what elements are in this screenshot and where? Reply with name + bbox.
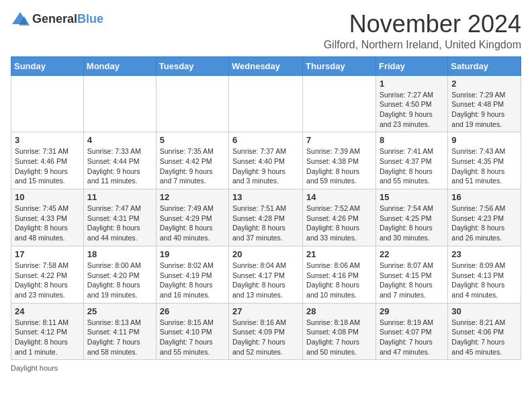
- day-info: Sunrise: 8:00 AM Sunset: 4:20 PM Dayligh…: [87, 261, 152, 300]
- calendar-cell: [303, 75, 376, 132]
- day-number: 3: [15, 135, 80, 145]
- day-info: Sunrise: 7:33 AM Sunset: 4:44 PM Dayligh…: [87, 146, 152, 186]
- day-number: 25: [87, 306, 152, 316]
- day-number: 6: [232, 135, 299, 145]
- day-number: 14: [306, 192, 372, 202]
- day-number: 10: [15, 192, 80, 202]
- day-number: 28: [306, 306, 372, 316]
- daylight-hours-label: Daylight hours: [11, 364, 58, 372]
- calendar-cell: 15Sunrise: 7:54 AM Sunset: 4:25 PM Dayli…: [375, 189, 447, 246]
- calendar-cell: [156, 75, 228, 132]
- calendar-cell: 8Sunrise: 7:41 AM Sunset: 4:37 PM Daylig…: [375, 132, 447, 189]
- calendar-week-row: 1Sunrise: 7:27 AM Sunset: 4:50 PM Daylig…: [11, 75, 521, 132]
- day-info: Sunrise: 7:56 AM Sunset: 4:23 PM Dayligh…: [451, 203, 517, 243]
- page-header: GeneralBlue November 2024 Gilford, North…: [11, 11, 521, 51]
- calendar-cell: 3Sunrise: 7:31 AM Sunset: 4:46 PM Daylig…: [11, 132, 84, 189]
- calendar-cell: 14Sunrise: 7:52 AM Sunset: 4:26 PM Dayli…: [303, 189, 376, 246]
- calendar-cell: 26Sunrise: 8:15 AM Sunset: 4:10 PM Dayli…: [156, 303, 228, 360]
- calendar-cell: 4Sunrise: 7:33 AM Sunset: 4:44 PM Daylig…: [83, 132, 156, 189]
- days-of-week-row: SundayMondayTuesdayWednesdayThursdayFrid…: [11, 56, 521, 75]
- day-of-week-header: Saturday: [448, 56, 521, 75]
- location-subtitle: Gilford, Northern Ireland, United Kingdo…: [324, 39, 521, 51]
- calendar-week-row: 10Sunrise: 7:45 AM Sunset: 4:33 PM Dayli…: [11, 189, 521, 246]
- day-info: Sunrise: 7:52 AM Sunset: 4:26 PM Dayligh…: [306, 203, 372, 243]
- day-number: 29: [380, 306, 444, 316]
- day-number: 19: [160, 249, 225, 259]
- day-info: Sunrise: 8:09 AM Sunset: 4:13 PM Dayligh…: [451, 261, 517, 300]
- day-info: Sunrise: 7:51 AM Sunset: 4:28 PM Dayligh…: [232, 203, 299, 243]
- month-year-title: November 2024: [324, 11, 521, 38]
- calendar-cell: 11Sunrise: 7:47 AM Sunset: 4:31 PM Dayli…: [83, 189, 156, 246]
- day-of-week-header: Wednesday: [229, 56, 303, 75]
- logo-text-blue: Blue: [77, 12, 103, 26]
- day-number: 2: [451, 79, 517, 89]
- title-block: November 2024 Gilford, Northern Ireland,…: [324, 11, 521, 51]
- day-info: Sunrise: 8:21 AM Sunset: 4:06 PM Dayligh…: [451, 318, 517, 357]
- day-info: Sunrise: 8:11 AM Sunset: 4:12 PM Dayligh…: [15, 318, 80, 357]
- day-number: 27: [232, 306, 299, 316]
- day-of-week-header: Friday: [375, 56, 447, 75]
- calendar-cell: 19Sunrise: 8:02 AM Sunset: 4:19 PM Dayli…: [156, 246, 228, 303]
- day-of-week-header: Sunday: [11, 56, 84, 75]
- calendar-cell: 18Sunrise: 8:00 AM Sunset: 4:20 PM Dayli…: [83, 246, 156, 303]
- day-info: Sunrise: 7:41 AM Sunset: 4:37 PM Dayligh…: [380, 146, 444, 186]
- day-info: Sunrise: 7:45 AM Sunset: 4:33 PM Dayligh…: [15, 203, 80, 243]
- calendar-cell: 5Sunrise: 7:35 AM Sunset: 4:42 PM Daylig…: [156, 132, 228, 189]
- day-number: 12: [160, 192, 225, 202]
- day-info: Sunrise: 7:39 AM Sunset: 4:38 PM Dayligh…: [306, 146, 372, 186]
- calendar-cell: 23Sunrise: 8:09 AM Sunset: 4:13 PM Dayli…: [448, 246, 521, 303]
- day-number: 4: [87, 135, 152, 145]
- day-of-week-header: Thursday: [303, 56, 376, 75]
- calendar-table: SundayMondayTuesdayWednesdayThursdayFrid…: [11, 56, 521, 361]
- day-info: Sunrise: 7:54 AM Sunset: 4:25 PM Dayligh…: [380, 203, 444, 243]
- logo-text-general: General: [32, 12, 77, 26]
- calendar-cell: 22Sunrise: 8:07 AM Sunset: 4:15 PM Dayli…: [375, 246, 447, 303]
- day-info: Sunrise: 8:16 AM Sunset: 4:09 PM Dayligh…: [232, 318, 299, 357]
- day-info: Sunrise: 8:13 AM Sunset: 4:11 PM Dayligh…: [87, 318, 152, 357]
- day-number: 15: [380, 192, 444, 202]
- day-number: 16: [451, 192, 517, 202]
- calendar-week-row: 24Sunrise: 8:11 AM Sunset: 4:12 PM Dayli…: [11, 303, 521, 360]
- day-info: Sunrise: 7:43 AM Sunset: 4:35 PM Dayligh…: [451, 146, 517, 186]
- calendar-cell: 20Sunrise: 8:04 AM Sunset: 4:17 PM Dayli…: [229, 246, 303, 303]
- calendar-cell: 27Sunrise: 8:16 AM Sunset: 4:09 PM Dayli…: [229, 303, 303, 360]
- day-number: 1: [380, 79, 444, 89]
- calendar-cell: 6Sunrise: 7:37 AM Sunset: 4:40 PM Daylig…: [229, 132, 303, 189]
- day-number: 11: [87, 192, 152, 202]
- calendar-cell: 12Sunrise: 7:49 AM Sunset: 4:29 PM Dayli…: [156, 189, 228, 246]
- day-info: Sunrise: 8:07 AM Sunset: 4:15 PM Dayligh…: [380, 261, 444, 300]
- day-info: Sunrise: 8:18 AM Sunset: 4:08 PM Dayligh…: [306, 318, 372, 357]
- day-number: 30: [451, 306, 517, 316]
- day-number: 9: [451, 135, 517, 145]
- calendar-cell: [11, 75, 84, 132]
- day-info: Sunrise: 8:02 AM Sunset: 4:19 PM Dayligh…: [160, 261, 225, 300]
- day-info: Sunrise: 7:37 AM Sunset: 4:40 PM Dayligh…: [232, 146, 299, 186]
- calendar-cell: 24Sunrise: 8:11 AM Sunset: 4:12 PM Dayli…: [11, 303, 84, 360]
- day-number: 5: [160, 135, 225, 145]
- day-info: Sunrise: 8:06 AM Sunset: 4:16 PM Dayligh…: [306, 261, 372, 300]
- calendar-cell: 7Sunrise: 7:39 AM Sunset: 4:38 PM Daylig…: [303, 132, 376, 189]
- day-info: Sunrise: 7:47 AM Sunset: 4:31 PM Dayligh…: [87, 203, 152, 243]
- calendar-cell: 29Sunrise: 8:19 AM Sunset: 4:07 PM Dayli…: [375, 303, 447, 360]
- logo: GeneralBlue: [11, 11, 103, 27]
- calendar-body: 1Sunrise: 7:27 AM Sunset: 4:50 PM Daylig…: [11, 75, 521, 360]
- day-number: 8: [380, 135, 444, 145]
- day-number: 17: [15, 249, 80, 259]
- calendar-week-row: 17Sunrise: 7:58 AM Sunset: 4:22 PM Dayli…: [11, 246, 521, 303]
- calendar-cell: 2Sunrise: 7:29 AM Sunset: 4:48 PM Daylig…: [448, 75, 521, 132]
- calendar-cell: 16Sunrise: 7:56 AM Sunset: 4:23 PM Dayli…: [448, 189, 521, 246]
- day-number: 13: [232, 192, 299, 202]
- day-info: Sunrise: 8:04 AM Sunset: 4:17 PM Dayligh…: [232, 261, 299, 300]
- footer-note: Daylight hours: [11, 364, 521, 372]
- calendar-cell: [229, 75, 303, 132]
- day-info: Sunrise: 8:15 AM Sunset: 4:10 PM Dayligh…: [160, 318, 225, 357]
- calendar-cell: 25Sunrise: 8:13 AM Sunset: 4:11 PM Dayli…: [83, 303, 156, 360]
- day-info: Sunrise: 7:27 AM Sunset: 4:50 PM Dayligh…: [380, 90, 444, 130]
- calendar-cell: 30Sunrise: 8:21 AM Sunset: 4:06 PM Dayli…: [448, 303, 521, 360]
- calendar-cell: [83, 75, 156, 132]
- day-number: 26: [160, 306, 225, 316]
- calendar-cell: 9Sunrise: 7:43 AM Sunset: 4:35 PM Daylig…: [448, 132, 521, 189]
- day-number: 22: [380, 249, 444, 259]
- calendar-cell: 21Sunrise: 8:06 AM Sunset: 4:16 PM Dayli…: [303, 246, 376, 303]
- calendar-cell: 13Sunrise: 7:51 AM Sunset: 4:28 PM Dayli…: [229, 189, 303, 246]
